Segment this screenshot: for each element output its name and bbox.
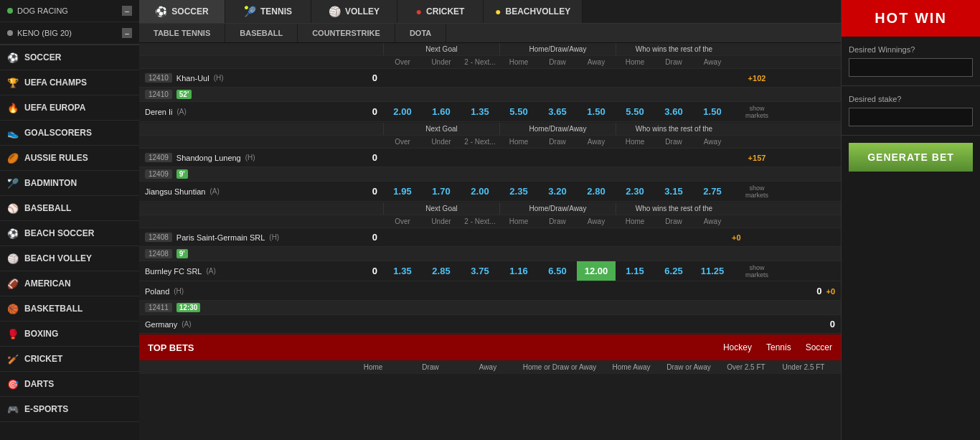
tab-soccer[interactable]: ⚽ SOCCER bbox=[139, 0, 225, 23]
odds-hda-away-2[interactable]: 2.80 bbox=[577, 182, 616, 201]
odds-ng-over-3[interactable]: 1.35 bbox=[383, 261, 422, 281]
sidebar-item-beach-volley[interactable]: 🏐 BEACH VOLLEY bbox=[0, 246, 139, 271]
odds-ng-next-2[interactable]: 2.00 bbox=[461, 182, 499, 201]
top-bets-hockey[interactable]: Hockey bbox=[723, 342, 752, 352]
generate-bet-button[interactable]: GENERATE BET bbox=[849, 143, 973, 172]
odds-hda-away-3-highlight[interactable]: 12.00 bbox=[577, 261, 616, 281]
top-bets-soccer[interactable]: Soccer bbox=[806, 342, 832, 352]
markets-count-1: +102 bbox=[748, 74, 766, 83]
home-team-type-2: (H) bbox=[245, 154, 255, 162]
tab-cricket[interactable]: ● CRICKET bbox=[397, 0, 484, 23]
section-header-hda: Home/Draw/Away bbox=[499, 43, 616, 55]
odds-ng-under-2[interactable]: 1.70 bbox=[422, 182, 461, 201]
status-dot bbox=[7, 30, 13, 36]
goalscorers-icon: 👟 bbox=[7, 127, 19, 139]
sub-tab-dota[interactable]: DOTA bbox=[395, 24, 446, 42]
odds-ww-away-1[interactable]: 1.50 bbox=[693, 102, 732, 121]
odds-ng-next-3[interactable]: 3.75 bbox=[461, 261, 499, 281]
odds-hda-home-1[interactable]: 5.50 bbox=[499, 102, 538, 121]
home-team-info-3: 12408 Paris Saint-Germain SRL (H) 0 bbox=[139, 228, 383, 246]
match-block-1: Next Goal Home/Draw/Away Who wins the re… bbox=[139, 43, 841, 122]
odds-ww-draw-3[interactable]: 6.25 bbox=[654, 261, 693, 281]
odds-ww-home-2[interactable]: 2.30 bbox=[616, 182, 654, 201]
sidebar-item-cricket[interactable]: 🏏 CRICKET bbox=[0, 347, 139, 372]
odds-ng-under-1[interactable]: 1.60 bbox=[422, 102, 461, 121]
hotwins-desired-stake-input[interactable] bbox=[849, 108, 973, 126]
show-markets-3[interactable]: showmarkets bbox=[732, 263, 782, 280]
sidebar-item-uefa-europa[interactable]: 🔥 UEFA EUROPA bbox=[0, 95, 139, 121]
soccer-icon: ⚽ bbox=[7, 52, 19, 63]
hotwins-desired-stake: Desired stake? bbox=[842, 86, 980, 136]
darts-icon: 🎯 bbox=[7, 378, 19, 390]
odds-ng-next-1[interactable]: 1.35 bbox=[461, 102, 499, 121]
odds-hda-home-3[interactable]: 1.16 bbox=[499, 261, 538, 281]
odds-ng-under-3[interactable]: 2.85 bbox=[422, 261, 461, 281]
show-markets-2[interactable]: showmarkets bbox=[732, 183, 782, 200]
tab-beachvolley[interactable]: ● BEACHVOLLEY bbox=[484, 0, 583, 23]
sub-header-home2: Home bbox=[616, 56, 654, 68]
odds-ww-draw-2[interactable]: 3.15 bbox=[654, 182, 693, 201]
odds-hda-home-2[interactable]: 2.35 bbox=[499, 182, 538, 201]
odds-ww-home-1[interactable]: 5.50 bbox=[616, 102, 654, 121]
match-id-1: 12410 bbox=[145, 90, 172, 99]
hotwins-desired-winnings-input[interactable] bbox=[849, 58, 973, 77]
top-bets-tennis[interactable]: Tennis bbox=[766, 342, 791, 352]
sub-tab-table-tennis[interactable]: TABLE TENNIS bbox=[139, 24, 225, 42]
away-team-info-2: Jiangsu Shuntian (A) 0 bbox=[139, 182, 383, 200]
sidebar-item-basketball[interactable]: 🏀 BASKETBALL bbox=[0, 296, 139, 322]
odds-ww-draw-1[interactable]: 3.60 bbox=[654, 102, 693, 121]
sidebar-item-esports[interactable]: 🎮 E-SPORTS bbox=[0, 397, 139, 422]
sidebar-top-dog-racing[interactable]: DOG RACING – bbox=[0, 0, 139, 22]
match-timer-3: 9' bbox=[176, 249, 188, 258]
poland-markets: +0 bbox=[826, 287, 835, 296]
tab-volley[interactable]: 🏐 VOLLEY bbox=[311, 0, 397, 23]
show-markets-1[interactable]: showmarkets bbox=[732, 103, 782, 121]
odds-ng-over-2[interactable]: 1.95 bbox=[383, 182, 422, 201]
tennis-tab-icon: 🎾 bbox=[244, 6, 256, 17]
boxing-icon: 🥊 bbox=[7, 328, 19, 340]
sidebar-item-beach-soccer[interactable]: ⚽ BEACH SOCCER bbox=[0, 221, 139, 246]
sub-header-away: Away bbox=[577, 56, 616, 68]
sidebar-item-goalscorers[interactable]: 👟 GOALSCORERS bbox=[0, 121, 139, 146]
hotwins-desired-winnings-label: Desired Winnings? bbox=[849, 45, 973, 54]
sub-header-over: Over bbox=[383, 56, 422, 68]
odds-ww-away-2[interactable]: 2.75 bbox=[693, 182, 732, 201]
sidebar-item-soccer[interactable]: ⚽ SOCCER bbox=[0, 45, 139, 70]
sidebar-item-badminton[interactable]: 🏸 BADMINTON bbox=[0, 171, 139, 196]
sidebar-item-aussie-rules[interactable]: 🏉 AUSSIE RULES bbox=[0, 146, 139, 171]
poland-score: 0 bbox=[816, 286, 821, 296]
cricket-icon: 🏏 bbox=[7, 353, 19, 365]
sidebar-item-uefa-champs[interactable]: 🏆 UEFA CHAMPS bbox=[0, 70, 139, 95]
main-content: ⚽ SOCCER 🎾 TENNIS 🏐 VOLLEY ● CRICKET ● B… bbox=[139, 0, 841, 440]
sub-tab-baseball[interactable]: BASEBALL bbox=[225, 24, 298, 42]
sub-header-draw: Draw bbox=[538, 56, 577, 68]
away-team-name-1: Deren Ii bbox=[145, 108, 173, 116]
sidebar-item-darts[interactable]: 🎯 DARTS bbox=[0, 372, 139, 397]
sidebar-top: DOG RACING – KENO (BIG 20) – bbox=[0, 0, 139, 45]
sub-tab-counterstrike[interactable]: COUNTERSTRIKE bbox=[298, 24, 395, 42]
odds-ww-away-3[interactable]: 11.25 bbox=[693, 261, 732, 281]
tab-tennis[interactable]: 🎾 TENNIS bbox=[225, 0, 311, 23]
odds-hda-draw-3[interactable]: 6.50 bbox=[538, 261, 577, 281]
minimize-button[interactable]: – bbox=[122, 6, 132, 16]
odds-hda-away-1[interactable]: 1.50 bbox=[577, 102, 616, 121]
home-team-name-3: Paris Saint-Germain SRL bbox=[176, 233, 265, 242]
odds-ww-home-3[interactable]: 1.15 bbox=[616, 261, 654, 281]
away-team-type-1: (A) bbox=[177, 108, 187, 116]
minimize-button[interactable]: – bbox=[122, 28, 132, 38]
sidebar-item-boxing[interactable]: 🥊 BOXING bbox=[0, 322, 139, 347]
bh-draw: Draw bbox=[402, 363, 459, 371]
odds-hda-draw-2[interactable]: 3.20 bbox=[538, 182, 577, 201]
uefa-champs-icon: 🏆 bbox=[7, 77, 19, 88]
sidebar-top-keno[interactable]: KENO (BIG 20) – bbox=[0, 22, 139, 45]
sidebar-item-baseball[interactable]: ⚾ BASEBALL bbox=[0, 196, 139, 221]
bh-home: Home bbox=[344, 363, 402, 371]
away-team-type-3: (A) bbox=[206, 267, 215, 275]
top-bets-links: Hockey Tennis Soccer bbox=[723, 342, 832, 352]
away-team-info-1: Deren Ii (A) 0 bbox=[139, 103, 383, 121]
beachvolley-tab-icon: ● bbox=[495, 6, 501, 17]
odds-hda-draw-1[interactable]: 3.65 bbox=[538, 102, 577, 121]
sidebar-item-american[interactable]: 🏈 AMERICAN bbox=[0, 271, 139, 296]
match-block-2: Next Goal Home/Draw/Away Who wins the re… bbox=[139, 123, 841, 202]
odds-ng-over-1[interactable]: 2.00 bbox=[383, 102, 422, 121]
